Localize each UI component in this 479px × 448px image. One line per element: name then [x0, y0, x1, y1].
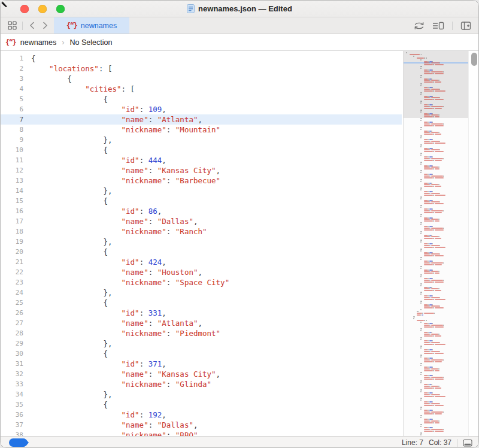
line-number[interactable]: 18: [1, 226, 23, 237]
line-number[interactable]: 29: [1, 338, 23, 349]
line-number[interactable]: 1: [1, 53, 23, 63]
code-line[interactable]: 25 {: [1, 298, 402, 308]
line-number[interactable]: 8: [1, 125, 23, 135]
code-line[interactable]: 21 "id": 424,: [1, 257, 402, 267]
code-line[interactable]: 9 },: [1, 135, 402, 145]
code-line[interactable]: 35 {: [1, 399, 402, 410]
related-items-swap-icon[interactable]: [414, 21, 425, 31]
line-number[interactable]: 37: [1, 420, 23, 430]
line-number[interactable]: 22: [1, 267, 23, 277]
zoom-button[interactable]: [56, 5, 65, 13]
code-line[interactable]: 31 "id": 371,: [1, 359, 402, 369]
line-number[interactable]: 32: [1, 369, 23, 379]
code-line[interactable]: 12 "name": "Kansas City",: [1, 165, 402, 175]
line-number[interactable]: 7: [1, 114, 23, 125]
code-line[interactable]: 13 "nickname": "Barbecue": [1, 175, 402, 186]
code-line[interactable]: 17 "name": "Dallas",: [1, 216, 402, 226]
minimap-line-mark: [424, 273, 433, 274]
code-line[interactable]: 18 "nickname": "Ranch": [1, 226, 402, 237]
code-line[interactable]: 36 "id": 192,: [1, 410, 402, 420]
code-line[interactable]: 30 {: [1, 349, 402, 359]
line-number[interactable]: 11: [1, 155, 23, 165]
line-number[interactable]: 6: [1, 104, 23, 114]
code-line[interactable]: 24 },: [1, 287, 402, 298]
line-number[interactable]: 26: [1, 308, 23, 318]
code-line[interactable]: 32 "name": "Kansas City",: [1, 369, 402, 379]
code-line[interactable]: 26 "id": 331,: [1, 308, 402, 318]
line-number[interactable]: 16: [1, 206, 23, 216]
code-text: "nickname": "Barbecue": [23, 175, 220, 186]
code-line[interactable]: 20 {: [1, 247, 402, 257]
minimize-button[interactable]: [38, 5, 47, 13]
minimap-line-mark: [431, 141, 439, 142]
tab-newnames[interactable]: {“} newnames: [54, 17, 129, 34]
line-number[interactable]: 35: [1, 399, 23, 410]
code-line[interactable]: 27 "name": "Atlanta",: [1, 318, 402, 328]
line-number[interactable]: 33: [1, 379, 23, 389]
code-line[interactable]: 1{: [1, 53, 402, 63]
line-number[interactable]: 27: [1, 318, 23, 328]
line-number[interactable]: 15: [1, 196, 23, 206]
code-line[interactable]: 4 "cities": [: [1, 84, 402, 94]
line-number[interactable]: 31: [1, 359, 23, 369]
line-number[interactable]: 20: [1, 247, 23, 257]
line-number[interactable]: 5: [1, 94, 23, 104]
line-number[interactable]: 36: [1, 410, 23, 420]
line-number[interactable]: 19: [1, 237, 23, 247]
line-number[interactable]: 24: [1, 287, 23, 298]
code-line[interactable]: 7 "name": "Atlanta",: [1, 114, 402, 125]
code-line[interactable]: 11 "id": 444,: [1, 155, 402, 165]
source-editor[interactable]: 1{2 "locations": [3 {4 "cities": [5 {6 "…: [1, 51, 478, 436]
add-editor-icon[interactable]: [460, 21, 471, 31]
code-line[interactable]: 29 },: [1, 338, 402, 349]
code-line[interactable]: 38 "nickname": "BBQ": [1, 430, 402, 436]
code-line[interactable]: 10 {: [1, 145, 402, 155]
status-accessory-pill[interactable]: [9, 438, 29, 447]
scrollbar-thumb[interactable]: [471, 53, 477, 66]
line-number[interactable]: 21: [1, 257, 23, 267]
code-line[interactable]: 14 },: [1, 186, 402, 196]
code-line[interactable]: 15 {: [1, 196, 402, 206]
code-line[interactable]: 23 "nickname": "Space City": [1, 277, 402, 287]
line-number[interactable]: 28: [1, 328, 23, 338]
code-line[interactable]: 8 "nickname": "Mountain": [1, 125, 402, 135]
editor-options-icon[interactable]: [432, 21, 444, 31]
code-line[interactable]: 33 "nickname": "Glinda": [1, 379, 402, 389]
line-number[interactable]: 9: [1, 135, 23, 145]
title-bar[interactable]: newnames.json — Edited: [1, 1, 478, 17]
breadcrumb-selection[interactable]: No Selection: [70, 38, 113, 47]
line-number[interactable]: 23: [1, 277, 23, 287]
line-number[interactable]: 38: [1, 430, 23, 436]
line-number[interactable]: 3: [1, 74, 23, 84]
line-number[interactable]: 10: [1, 145, 23, 155]
code-line[interactable]: 28 "nickname": "Piedmont": [1, 328, 402, 338]
line-number[interactable]: 14: [1, 186, 23, 196]
code-area[interactable]: 1{2 "locations": [3 {4 "cities": [5 {6 "…: [1, 53, 402, 436]
line-number[interactable]: 34: [1, 389, 23, 399]
code-line[interactable]: 6 "id": 109,: [1, 104, 402, 114]
line-number[interactable]: 30: [1, 349, 23, 359]
code-line[interactable]: 5 {: [1, 94, 402, 104]
code-line[interactable]: 37 "name": "Dallas",: [1, 420, 402, 430]
code-line[interactable]: 16 "id": 86,: [1, 206, 402, 216]
line-number[interactable]: 12: [1, 165, 23, 175]
line-number[interactable]: 4: [1, 84, 23, 94]
line-number[interactable]: 13: [1, 175, 23, 186]
scrollbar-track[interactable]: [468, 51, 478, 436]
breadcrumb-file[interactable]: newnames: [20, 38, 56, 47]
code-line[interactable]: 19 },: [1, 237, 402, 247]
line-number[interactable]: 17: [1, 216, 23, 226]
go-back-icon[interactable]: [28, 21, 36, 30]
code-line[interactable]: 34 },: [1, 389, 402, 399]
code-line[interactable]: 3 {: [1, 74, 402, 84]
close-button[interactable]: [20, 5, 29, 13]
minimap[interactable]: [403, 51, 468, 436]
hide-bottom-bar-icon[interactable]: [463, 439, 472, 447]
document-proxy-icon[interactable]: [187, 4, 195, 13]
line-number[interactable]: 25: [1, 298, 23, 308]
tab-overview-icon[interactable]: [8, 21, 17, 30]
line-number[interactable]: 2: [1, 63, 23, 74]
code-line[interactable]: 2 "locations": [: [1, 63, 402, 74]
go-forward-icon[interactable]: [41, 21, 49, 30]
code-line[interactable]: 22 "name": "Houston",: [1, 267, 402, 277]
